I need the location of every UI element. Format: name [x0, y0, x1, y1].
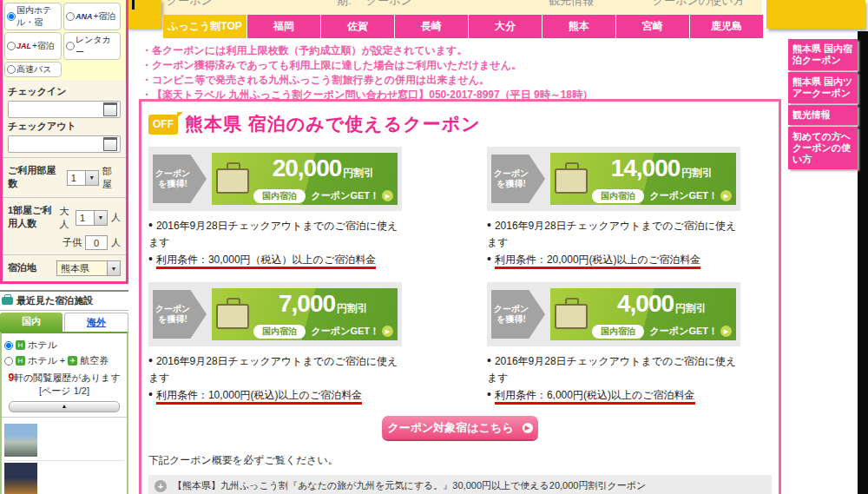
child-label: 子供 — [62, 236, 82, 249]
chevron-down-icon: ▼ — [107, 261, 120, 275]
off-badge-icon: OFF — [148, 115, 178, 135]
tab-saga[interactable]: 佐賀 — [321, 15, 395, 38]
suitcase-icon — [555, 298, 588, 331]
radio-button[interactable] — [7, 42, 16, 50]
category-badge: 国内宿泊 — [253, 189, 306, 203]
calendar-icon[interactable] — [103, 102, 117, 116]
sidebar-item-tour-coupon[interactable]: 熊本県 国内ツアークーポン — [788, 72, 858, 103]
coupon-banner[interactable]: 20,000円割引 国内宿泊 クーポンGET！▶ — [212, 153, 398, 205]
coupon-amount: 14,000 — [611, 155, 681, 181]
area-select[interactable]: 熊本県▼ — [56, 260, 121, 276]
coupon-get-link[interactable]: クーポンGET！▶ — [650, 189, 732, 202]
plane-icon: ✈ — [68, 356, 77, 366]
cropped-text: クーポン — [366, 0, 412, 9]
category-badge: 国内宿泊 — [592, 325, 644, 339]
coupon-condition: 利用条件：20,000円(税込)以上のご宿泊料金 — [487, 251, 740, 268]
notice-list: ・各クーポンには利用上限枚数（予約成立順）が設定されています。 ・クーポン獲得済… — [141, 43, 593, 102]
tab-kumamoto[interactable]: 熊本 — [542, 15, 616, 38]
category-badge: 国内宿泊 — [592, 189, 644, 203]
scroll-up-button[interactable]: ▲ — [9, 401, 120, 412]
tab-oita[interactable]: 大分 — [469, 15, 542, 38]
radio-button[interactable] — [7, 65, 16, 74]
coupon-condition: 利用条件：30,000円（税込）以上のご宿泊料金 — [148, 251, 402, 268]
ana-logo: ANA — [76, 12, 93, 21]
coupon-note: 2016年9月28日チェックアウトまでのご宿泊に使えます — [487, 352, 740, 386]
radio-button[interactable] — [66, 42, 75, 50]
recently-viewed: 最近見た宿泊施設 国内 海外 Hホテル Hホテル +✈航空券 9軒の閲覧履歴があ… — [0, 290, 128, 494]
coupon-banner[interactable]: 7,000円割引 国内宿泊 クーポンGET！▶ — [212, 288, 398, 340]
page-title: 熊本県 宿泊のみで使えるクーポン — [185, 112, 481, 136]
radio-button[interactable] — [66, 12, 75, 21]
right-edge-strip — [858, 31, 868, 494]
tab-fukuoka[interactable]: 福岡 — [247, 15, 321, 38]
sidebar-item-how-to-use[interactable]: 初めての方へクーポンの使い方 — [788, 127, 858, 169]
sidebar-item-tourist-info[interactable]: 観光情報 — [788, 105, 858, 125]
hotel-history-row[interactable] — [4, 422, 124, 461]
hotel-icon: H — [16, 356, 25, 366]
area-label: 宿泊地 — [8, 261, 36, 274]
radio-button[interactable] — [4, 341, 13, 350]
play-icon: ▶ — [720, 190, 732, 201]
booking-type-bus[interactable]: 高速バス — [4, 62, 62, 77]
sidebar-item-lodging-coupon[interactable]: 熊本県 国内宿泊クーポン — [788, 39, 858, 70]
get-coupon-arrow: クーポンを獲得! — [491, 155, 545, 203]
suitcase-icon — [555, 162, 588, 195]
tab-fukkowari-top[interactable]: ふっこう割TOP — [163, 15, 247, 38]
hotel-thumbnail[interactable] — [4, 424, 37, 457]
gold-block-right — [766, 0, 865, 29]
get-coupon-arrow: クーポンを獲得! — [153, 155, 207, 203]
cropped-text: クーポン — [167, 0, 213, 9]
hotel-thumbnail[interactable] — [4, 463, 37, 494]
tab-domestic[interactable]: 国内 — [0, 313, 62, 332]
tab-nagasaki[interactable]: 長崎 — [395, 15, 469, 38]
coupon-detail-row[interactable]: +【熊本県】九州ふっこう割『あなたの旅が九州を元気にする。』30,000円以上で… — [148, 475, 772, 494]
target-hotels-button[interactable]: クーポン対象宿はこちら ▶ — [382, 416, 538, 439]
child-unit: 人 — [111, 236, 121, 249]
coupon-banner[interactable]: 14,000円割引 国内宿泊 クーポンGET！▶ — [550, 153, 736, 205]
recently-viewed-title: 最近見た宿泊施設 — [16, 294, 93, 307]
booking-type-ana[interactable]: ANA+宿泊 — [63, 3, 121, 30]
jal-logo: JAL — [16, 42, 31, 50]
booking-type-rentacar[interactable]: レンタカー — [63, 32, 121, 60]
booking-type-domestic-hotel[interactable]: 国内ホテル・宿 — [4, 3, 62, 30]
booking-type-options: 国内ホテル・宿 ANA+宿泊 JAL+宿泊 レンタカー 高速バス — [3, 0, 126, 80]
search-form: 国内ホテル・宿 ANA+宿泊 JAL+宿泊 レンタカー 高速バス チェックイン … — [0, 0, 128, 284]
tab-miyazaki[interactable]: 宮崎 — [616, 15, 690, 38]
page: クーポン 期: クーポン 観光情報 クーポンの使い方 ふっこう割TOP 福岡 佐… — [0, 0, 868, 494]
coupon-get-link[interactable]: クーポンGET！▶ — [650, 325, 732, 338]
checkout-input[interactable] — [8, 135, 121, 153]
coupon-get-link[interactable]: クーポンGET！▶ — [312, 325, 393, 338]
guests-label: 1部屋ご利用人数 — [8, 204, 56, 230]
radio-button[interactable] — [7, 12, 16, 21]
radio-button[interactable] — [4, 357, 13, 366]
child-input[interactable]: 0 — [85, 235, 108, 250]
tab-kagoshima[interactable]: 鹿児島 — [690, 15, 764, 38]
category-badge: 国内宿泊 — [253, 325, 306, 339]
adult-label: 大人 — [59, 205, 72, 231]
coupon-amount: 20,000 — [273, 155, 342, 181]
adult-select[interactable]: 1▼ — [76, 210, 108, 226]
rooms-select[interactable]: 1▼ — [67, 170, 99, 186]
calendar-icon[interactable] — [103, 137, 117, 151]
checkin-label: チェックイン — [8, 85, 121, 98]
cropped-text: クーポンの使い方 — [653, 0, 745, 9]
recent-option-hotel-flight[interactable]: Hホテル +✈航空券 — [4, 354, 124, 367]
recent-option-hotel[interactable]: Hホテル — [4, 339, 124, 352]
coupon-card: クーポンを獲得! 4,000円割引 国内宿泊 クーポンGET！▶ 20 — [487, 282, 740, 404]
tab-overseas[interactable]: 海外 — [64, 313, 128, 332]
history-count-line: 9軒の閲覧履歴があります — [4, 372, 124, 385]
coupon-banner[interactable]: 4,000円割引 国内宿泊 クーポンGET！▶ — [550, 288, 736, 340]
cropped-text: 観光情報 — [549, 0, 594, 9]
hotel-history-row[interactable] — [4, 461, 124, 494]
checkin-input[interactable] — [8, 101, 121, 118]
get-coupon-arrow: クーポンを獲得! — [491, 290, 545, 339]
cropped-text: 期: — [337, 0, 352, 9]
coupon-get-link[interactable]: クーポンGET！▶ — [312, 189, 393, 202]
get-coupon-arrow: クーポンを獲得! — [153, 290, 207, 339]
suitcase-icon — [216, 298, 249, 331]
coupon-amount: 7,000 — [279, 291, 335, 317]
cursor-mark — [132, 0, 135, 10]
adult-unit: 人 — [111, 211, 121, 224]
coupon-note: 2016年9月28日チェックアウトまでのご宿泊に使えます — [148, 217, 402, 251]
booking-type-jal[interactable]: JAL+宿泊 — [4, 32, 62, 60]
